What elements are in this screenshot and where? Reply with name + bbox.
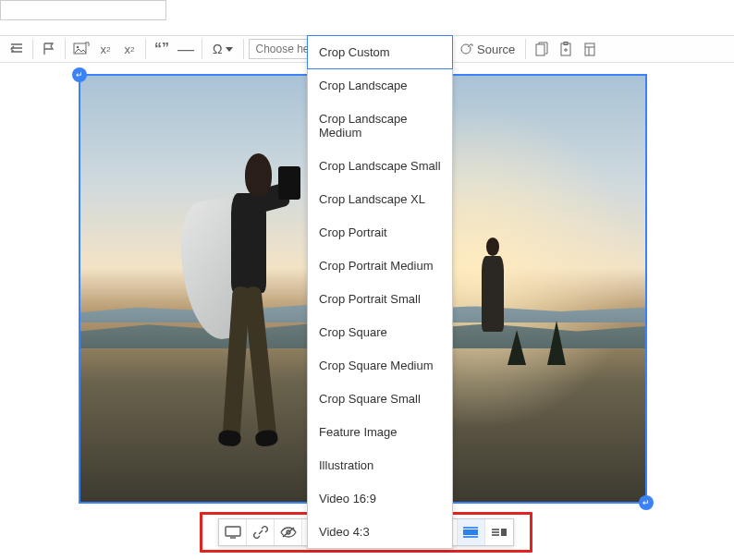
flag-icon[interactable] <box>38 38 60 60</box>
crop-option[interactable]: Crop Landscape XL <box>308 182 452 215</box>
align-full-button[interactable] <box>458 519 485 545</box>
special-char-button[interactable]: Ω <box>207 38 239 60</box>
crop-option[interactable]: Crop Landscape <box>308 68 452 102</box>
blockquote-icon[interactable]: “” <box>151 38 173 60</box>
toolbar-separator <box>243 39 244 59</box>
crop-option[interactable]: Crop Square Medium <box>308 348 452 382</box>
template-icon[interactable] <box>579 38 601 60</box>
source-button[interactable]: Source <box>453 38 520 60</box>
toolbar-separator <box>202 39 202 59</box>
svg-rect-5 <box>536 44 544 55</box>
align-right-icon <box>492 526 507 539</box>
toolbar-separator <box>65 39 66 59</box>
crop-option[interactable]: Crop Portrait Medium <box>308 249 452 282</box>
svg-rect-14 <box>501 529 507 536</box>
visibility-button[interactable] <box>275 519 302 545</box>
crop-option[interactable]: Crop Landscape Small <box>308 149 452 182</box>
outdent-icon[interactable] <box>6 38 28 60</box>
crop-preset-dropdown[interactable]: Crop CustomCrop LandscapeCrop Landscape … <box>307 35 453 549</box>
image-icon[interactable] <box>70 38 92 60</box>
crop-option[interactable]: Crop Square Small <box>308 382 452 415</box>
eye-off-icon <box>280 526 297 539</box>
selection-handle-bottom-right[interactable]: ↵ <box>639 495 654 510</box>
source-label: Source <box>477 43 515 56</box>
selection-handle-top-left[interactable]: ↵ <box>72 67 87 82</box>
crop-option[interactable]: Crop Portrait <box>308 215 452 249</box>
svg-rect-13 <box>463 530 478 535</box>
chevron-down-icon <box>226 47 233 52</box>
crop-option[interactable]: Crop Square <box>308 315 452 348</box>
omega-icon: Ω <box>213 42 222 56</box>
horizontal-rule-icon[interactable]: — <box>175 38 197 60</box>
copy-icon[interactable] <box>531 38 553 60</box>
subscript-icon[interactable]: x2 <box>118 38 141 60</box>
link-icon <box>253 525 268 540</box>
svg-rect-8 <box>585 43 594 55</box>
link-button[interactable] <box>247 519 275 545</box>
toolbar-separator <box>525 39 526 59</box>
monitor-icon <box>225 526 241 539</box>
toolbar-separator <box>145 39 146 59</box>
source-icon <box>459 42 473 56</box>
align-full-icon <box>463 526 478 539</box>
crop-option[interactable]: Crop Portrait Small <box>308 282 452 315</box>
svg-point-1 <box>77 46 80 49</box>
device-preview-button[interactable] <box>219 519 247 545</box>
crop-option[interactable]: Video 4:3 <box>308 515 452 548</box>
crop-option[interactable]: Crop Landscape Medium <box>308 102 452 149</box>
crop-option[interactable]: Feature Image <box>308 415 452 448</box>
align-right-button[interactable] <box>485 519 513 545</box>
svg-rect-9 <box>226 527 240 536</box>
address-bar-stub <box>0 0 166 20</box>
crop-option[interactable]: Crop Custom <box>307 35 453 69</box>
paste-icon[interactable] <box>555 38 577 60</box>
crop-option[interactable]: Video 16:9 <box>308 481 452 515</box>
toolbar-separator <box>32 39 33 59</box>
superscript-icon[interactable]: x2 <box>94 38 116 60</box>
crop-option[interactable]: Illustration <box>308 448 452 481</box>
